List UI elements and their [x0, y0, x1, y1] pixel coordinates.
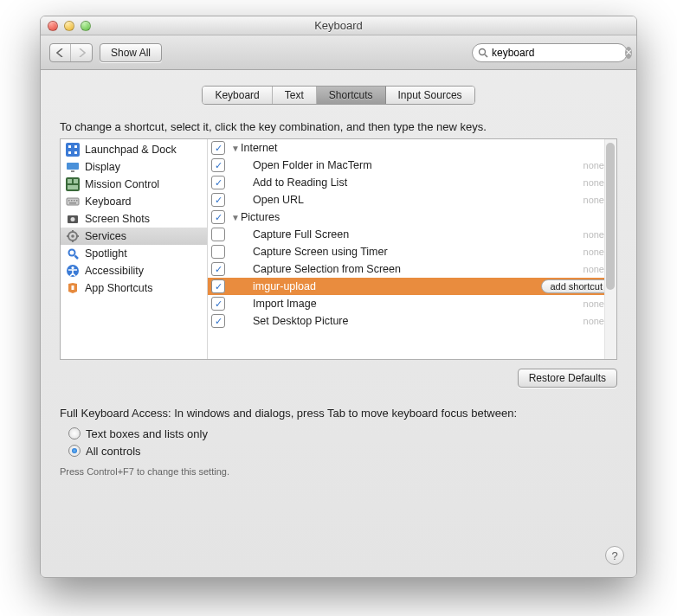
svg-rect-4 [74, 145, 77, 148]
shortcut-row[interactable]: ✓Add to Reading Listnone [208, 174, 616, 191]
checkbox[interactable]: ✓ [211, 176, 225, 189]
disclosure-icon[interactable]: ▼ [230, 213, 241, 222]
tab-text[interactable]: Text [273, 87, 317, 104]
item-label: Import Image [253, 298, 584, 310]
shortcut-row[interactable]: ✓Open Folder in MacTermnone [208, 157, 616, 174]
tab-label: Text [285, 89, 304, 101]
shortcut-row[interactable]: ✓Open URLnone [208, 191, 616, 209]
svg-rect-10 [68, 179, 72, 183]
svg-line-29 [75, 256, 79, 260]
group-header[interactable]: ✓▼Pictures [208, 209, 616, 226]
show-all-button[interactable]: Show All [100, 43, 162, 62]
radio-textboxes[interactable] [68, 427, 81, 440]
help-button[interactable]: ? [605, 546, 624, 565]
shortcut-row[interactable]: ✓Capture Screen using Timernone [208, 243, 616, 260]
item-label: Set Desktop Picture [253, 315, 584, 327]
category-item[interactable]: Accessibility [61, 262, 207, 279]
item-label: Open URL [253, 194, 584, 206]
scrollbar[interactable] [604, 139, 616, 359]
tab-input-sources[interactable]: Input Sources [386, 87, 474, 104]
shortcut-row[interactable]: ✓Set Desktop Picturenone [208, 312, 616, 330]
instruction-text: To change a shortcut, select it, click t… [60, 120, 617, 133]
svg-rect-17 [76, 200, 78, 202]
checkbox[interactable]: ✓ [211, 210, 225, 224]
shortcut-row[interactable]: ✓Capture Selection from Screennone [208, 260, 616, 278]
tab-keyboard[interactable]: Keyboard [203, 87, 272, 104]
category-item[interactable]: Launchpad & Dock [61, 141, 207, 158]
svg-rect-13 [67, 198, 79, 205]
item-label: Capture Screen using Timer [253, 246, 584, 258]
category-item[interactable]: Mission Control [61, 176, 207, 193]
category-item[interactable]: Spotlight [61, 245, 207, 262]
scroll-thumb[interactable] [606, 143, 615, 290]
toolbar: Show All ✕ [41, 35, 636, 70]
svg-rect-16 [74, 200, 75, 202]
search-icon [478, 48, 488, 58]
forward-button[interactable] [71, 44, 92, 61]
show-all-label: Show All [111, 47, 151, 59]
titlebar: Keyboard [41, 16, 636, 35]
svg-rect-2 [66, 143, 80, 157]
category-label: App Shortcuts [85, 282, 153, 294]
svg-rect-5 [68, 151, 71, 154]
search-input[interactable] [492, 47, 622, 59]
add-shortcut-button[interactable]: add shortcut [541, 279, 611, 293]
category-label: Keyboard [85, 196, 132, 208]
svg-point-26 [71, 234, 74, 238]
item-label: Internet [241, 142, 611, 154]
screenshot-icon [66, 212, 80, 226]
category-item[interactable]: App Shortcuts [61, 279, 207, 297]
checkbox[interactable]: ✓ [211, 141, 225, 155]
checkbox[interactable]: ✓ [211, 245, 225, 259]
launchpad-icon [66, 143, 80, 157]
svg-rect-12 [68, 185, 78, 189]
checkbox[interactable]: ✓ [211, 158, 225, 172]
nav-segmented [49, 43, 93, 62]
disclosure-icon[interactable]: ▼ [230, 144, 241, 153]
svg-rect-11 [74, 179, 78, 183]
group-header[interactable]: ✓▼Internet [208, 139, 616, 157]
tab-label: Input Sources [398, 89, 462, 101]
checkbox[interactable]: ✓ [211, 279, 225, 293]
category-item[interactable]: Display [61, 158, 207, 176]
search-field[interactable]: ✕ [472, 43, 628, 62]
close-icon[interactable] [48, 21, 58, 31]
category-item[interactable]: Keyboard [61, 193, 207, 210]
category-label: Spotlight [85, 247, 127, 260]
shortcut-row[interactable]: ✓Import Imagenone [208, 295, 616, 312]
spotlight-icon [66, 247, 80, 260]
item-label: imgur-upload [253, 280, 541, 292]
category-label: Screen Shots [85, 213, 150, 225]
help-icon: ? [611, 549, 617, 562]
minimize-icon[interactable] [64, 21, 74, 31]
checkbox[interactable]: ✓ [211, 297, 225, 311]
item-label: Pictures [241, 211, 611, 223]
restore-defaults-button[interactable]: Restore Defaults [518, 369, 617, 388]
content-area: Keyboard Text Shortcuts Input Sources To… [41, 70, 636, 492]
svg-rect-32 [72, 286, 74, 290]
category-item[interactable]: Screen Shots [61, 210, 207, 228]
checkbox[interactable]: ✓ [211, 314, 225, 328]
checkbox[interactable]: ✓ [211, 262, 225, 276]
svg-rect-3 [68, 145, 71, 148]
restore-defaults-label: Restore Defaults [529, 372, 606, 384]
clear-search-icon[interactable]: ✕ [625, 47, 632, 59]
window-controls [48, 21, 91, 31]
category-list[interactable]: Launchpad & DockDisplayMission ControlKe… [61, 139, 208, 359]
radio-allcontrols[interactable] [68, 445, 81, 457]
shortcut-row[interactable]: ✓imgur-uploadadd shortcut [208, 278, 616, 295]
keyboard-icon [66, 195, 80, 209]
category-item[interactable]: Services [61, 228, 207, 245]
accessibility-icon [66, 264, 80, 278]
back-button[interactable] [50, 44, 71, 61]
checkbox[interactable]: ✓ [211, 193, 225, 207]
shortcut-row[interactable]: ✓Capture Full Screennone [208, 226, 616, 243]
zoom-icon[interactable] [81, 21, 91, 31]
svg-rect-15 [71, 200, 73, 202]
checkbox[interactable]: ✓ [211, 228, 225, 241]
services-icon [66, 229, 80, 243]
window-title: Keyboard [314, 19, 363, 32]
tab-shortcuts[interactable]: Shortcuts [317, 87, 386, 104]
shortcut-list[interactable]: ✓▼Internet✓Open Folder in MacTermnone✓Ad… [208, 139, 616, 359]
display-icon [66, 160, 80, 174]
